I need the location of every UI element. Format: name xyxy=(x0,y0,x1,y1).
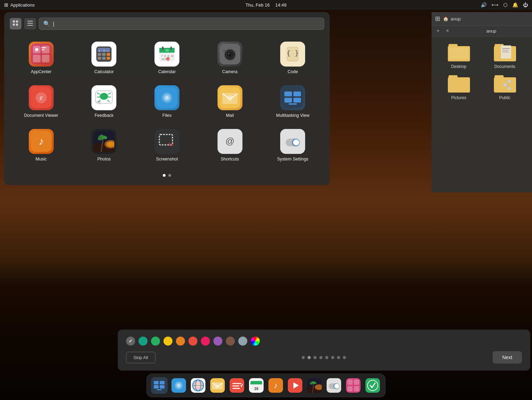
dock-item-photos[interactable] xyxy=(306,377,323,394)
folder-label-public: Public xyxy=(499,95,511,100)
svg-rect-76 xyxy=(293,98,301,103)
app-item-appcenter[interactable]: AppCenter xyxy=(10,37,73,78)
dock-item-tasks[interactable] xyxy=(229,377,245,394)
color-dot-teal[interactable] xyxy=(139,337,148,346)
volume-icon[interactable]: 🔊 xyxy=(481,2,487,8)
grid-view-button[interactable] xyxy=(10,18,21,29)
app-icon-docviewer: e xyxy=(29,85,54,110)
app-item-screenshot[interactable]: ✂ Screenshot xyxy=(135,125,198,166)
svg-rect-26 xyxy=(107,57,110,60)
dock-item-appcenter[interactable] xyxy=(345,377,362,394)
wizard-dot-5[interactable] xyxy=(325,356,328,359)
wizard-dot-1[interactable] xyxy=(302,356,305,359)
app-label-mail: Mail xyxy=(226,113,234,118)
color-dot-pink[interactable] xyxy=(201,337,210,346)
wizard-dot-3[interactable] xyxy=(313,356,317,359)
dock-item-multitasking[interactable] xyxy=(151,377,168,394)
wizard-dot-4[interactable] xyxy=(319,356,322,359)
filemanager: ⊞ 🏠 anup + × anup Desktop xyxy=(432,12,532,192)
app-grid: AppCenter ÷ × − Calculator xyxy=(10,35,324,168)
app-item-code[interactable]: { } Code xyxy=(261,37,324,78)
color-dot-brown[interactable] xyxy=(226,337,235,346)
dock-item-settings[interactable] xyxy=(326,377,342,394)
svg-point-130 xyxy=(193,380,204,391)
skip-all-button[interactable]: Skip All xyxy=(126,352,156,363)
svg-rect-4 xyxy=(27,21,33,21)
color-picker: ✓ xyxy=(126,337,522,346)
dock-item-mail[interactable]: @ xyxy=(209,377,226,394)
svg-text:@: @ xyxy=(225,136,234,146)
dock-item-files[interactable] xyxy=(170,377,187,394)
app-item-shortcuts[interactable]: @ Shortcuts xyxy=(198,125,261,166)
svg-text:8: 8 xyxy=(165,55,166,57)
wizard-dot-6[interactable] xyxy=(331,356,334,359)
svg-rect-11 xyxy=(42,55,50,62)
dock-item-music[interactable]: ♪ xyxy=(267,377,284,394)
svg-rect-158 xyxy=(347,380,353,385)
svg-point-68 xyxy=(165,96,169,99)
app-item-calculator[interactable]: ÷ × − Calculator xyxy=(73,37,136,78)
color-dot-default[interactable]: ✓ xyxy=(126,337,135,346)
app-label-code: Code xyxy=(287,69,298,74)
app-item-docviewer[interactable]: e Document Viewer xyxy=(10,81,73,122)
app-item-settings[interactable]: System Settings xyxy=(261,125,324,166)
app-item-files[interactable]: Files xyxy=(135,81,198,122)
topbar-app-label[interactable]: Applications xyxy=(10,2,35,8)
color-dot-yellow[interactable] xyxy=(163,337,172,346)
page-dot-2[interactable] xyxy=(168,174,171,177)
svg-rect-5 xyxy=(27,23,33,24)
wizard-dot-7[interactable] xyxy=(337,356,340,359)
app-item-mail[interactable]: @ Mail xyxy=(198,81,261,122)
svg-rect-77 xyxy=(289,103,297,105)
svg-text:÷: ÷ xyxy=(98,49,100,52)
power-icon[interactable]: ⏻ xyxy=(523,2,528,8)
wizard-dot-2[interactable] xyxy=(308,356,311,359)
notification-icon[interactable]: 🔔 xyxy=(512,2,518,8)
dock-item-videos[interactable] xyxy=(287,377,303,394)
list-view-button[interactable] xyxy=(24,18,36,29)
setup-wizard: ✓ Skip All Next xyxy=(118,330,530,371)
bluetooth-icon[interactable]: ⬡ xyxy=(503,2,507,8)
fm-content: Desktop Documents xyxy=(432,36,532,192)
color-dot-green[interactable] xyxy=(151,337,160,346)
color-dot-purple[interactable] xyxy=(213,337,222,346)
app-item-calendar[interactable]: 16 7 8 9 10 14 15 16 Calendar xyxy=(135,37,198,78)
search-icon: 🔍 xyxy=(43,20,50,27)
color-dot-red[interactable] xyxy=(188,337,197,346)
dock: @ 16 ♪ xyxy=(147,374,385,397)
fm-folder-documents[interactable]: Documents xyxy=(485,43,525,69)
app-item-music[interactable]: ♪ Music xyxy=(10,125,73,166)
fm-folder-desktop[interactable]: Desktop xyxy=(438,43,479,69)
dock-item-browser[interactable] xyxy=(190,377,206,394)
app-item-feedback[interactable]: Feedback xyxy=(73,81,136,122)
folder-label-desktop: Desktop xyxy=(451,64,466,69)
fm-path: 🏠 anup xyxy=(443,16,461,21)
search-box[interactable]: 🔍 | xyxy=(39,18,324,30)
color-dot-rainbow[interactable] xyxy=(251,337,260,346)
fm-grid-icon[interactable]: ⊞ xyxy=(435,15,440,23)
svg-rect-48 xyxy=(223,50,226,52)
svg-rect-21 xyxy=(98,53,101,56)
color-dot-orange[interactable] xyxy=(176,337,185,346)
fm-tab-close[interactable]: × xyxy=(444,27,451,35)
topbar-center: Thu, Feb 16 14:49 xyxy=(246,2,287,8)
page-dot-1[interactable] xyxy=(163,174,166,177)
svg-rect-117 xyxy=(154,381,159,384)
app-icon-music: ♪ xyxy=(29,129,54,154)
svg-rect-1 xyxy=(16,20,18,23)
fm-tab-add[interactable]: + xyxy=(434,27,442,35)
app-item-photos[interactable]: Photos xyxy=(73,125,136,166)
fm-folder-pictures[interactable]: Pictures xyxy=(438,75,479,100)
dock-item-calendar[interactable]: 16 xyxy=(248,377,265,394)
dock-item-done[interactable] xyxy=(364,377,381,394)
app-item-multitasking[interactable]: Multitasking View xyxy=(261,81,324,122)
app-item-camera[interactable]: Camera xyxy=(198,37,261,78)
svg-rect-22 xyxy=(102,53,106,56)
wizard-dot-8[interactable] xyxy=(343,356,346,359)
folder-label-pictures: Pictures xyxy=(451,95,466,100)
color-dot-bluegrey[interactable] xyxy=(238,337,247,346)
app-label-shortcuts: Shortcuts xyxy=(221,157,239,162)
next-button[interactable]: Next xyxy=(493,351,522,364)
app-icon-mail: @ xyxy=(218,85,242,110)
fm-folder-public[interactable]: Public xyxy=(485,75,525,100)
